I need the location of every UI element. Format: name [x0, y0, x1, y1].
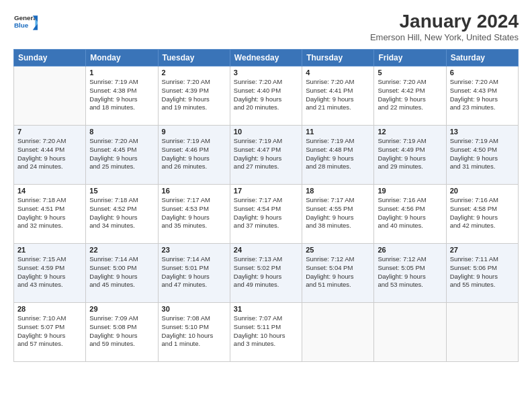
cell-info: Sunrise: 7:15 AMSunset: 4:59 PMDaylight:… [17, 255, 82, 289]
days-header-row: SundayMondayTuesdayWednesdayThursdayFrid… [14, 50, 519, 66]
calendar-cell: 11Sunrise: 7:19 AMSunset: 4:48 PMDayligh… [302, 126, 374, 185]
calendar-cell: 4Sunrise: 7:20 AMSunset: 4:41 PMDaylight… [302, 66, 374, 126]
day-number: 17 [234, 187, 298, 195]
day-number: 12 [378, 128, 442, 136]
calendar-cell: 18Sunrise: 7:17 AMSunset: 4:55 PMDayligh… [302, 185, 374, 244]
calendar-cell: 8Sunrise: 7:20 AMSunset: 4:45 PMDaylight… [86, 126, 158, 185]
day-number: 13 [450, 128, 515, 136]
calendar-cell: 2Sunrise: 7:20 AMSunset: 4:39 PMDaylight… [158, 66, 230, 126]
calendar-cell: 30Sunrise: 7:08 AMSunset: 5:10 PMDayligh… [158, 303, 230, 362]
calendar-cell: 6Sunrise: 7:20 AMSunset: 4:43 PMDaylight… [446, 66, 518, 126]
day-number: 29 [89, 305, 154, 313]
day-number: 25 [306, 246, 370, 254]
logo: General Blue [13, 11, 38, 35]
day-number: 6 [450, 68, 515, 77]
cell-info: Sunrise: 7:16 AMSunset: 4:56 PMDaylight:… [378, 196, 442, 230]
calendar-cell [302, 303, 374, 362]
cell-info: Sunrise: 7:20 AMSunset: 4:44 PMDaylight:… [17, 137, 82, 171]
cell-info: Sunrise: 7:11 AMSunset: 5:06 PMDaylight:… [450, 255, 515, 289]
cell-info: Sunrise: 7:10 AMSunset: 5:07 PMDaylight:… [17, 314, 82, 349]
day-number: 10 [234, 128, 298, 136]
day-number: 24 [234, 246, 298, 254]
cell-info: Sunrise: 7:09 AMSunset: 5:08 PMDaylight:… [89, 314, 154, 349]
day-number: 3 [234, 68, 298, 77]
day-header-thursday: Thursday [302, 50, 374, 66]
header: General Blue January 2024 Emerson Hill, … [13, 11, 519, 42]
cell-info: Sunrise: 7:19 AMSunset: 4:47 PMDaylight:… [234, 137, 298, 171]
cell-info: Sunrise: 7:20 AMSunset: 4:45 PMDaylight:… [89, 137, 154, 171]
calendar-cell: 25Sunrise: 7:12 AMSunset: 5:04 PMDayligh… [302, 244, 374, 303]
day-number: 23 [162, 246, 226, 254]
calendar-cell: 15Sunrise: 7:18 AMSunset: 4:52 PMDayligh… [86, 185, 158, 244]
day-number: 28 [17, 305, 82, 313]
week-row-2: 7Sunrise: 7:20 AMSunset: 4:44 PMDaylight… [14, 126, 519, 185]
calendar-cell: 10Sunrise: 7:19 AMSunset: 4:47 PMDayligh… [230, 126, 302, 185]
day-header-tuesday: Tuesday [158, 50, 230, 66]
calendar-cell: 22Sunrise: 7:14 AMSunset: 5:00 PMDayligh… [86, 244, 158, 303]
day-number: 11 [306, 128, 370, 136]
cell-info: Sunrise: 7:18 AMSunset: 4:52 PMDaylight:… [89, 196, 154, 230]
calendar-cell: 16Sunrise: 7:17 AMSunset: 4:53 PMDayligh… [158, 185, 230, 244]
calendar-cell: 20Sunrise: 7:16 AMSunset: 4:58 PMDayligh… [446, 185, 518, 244]
day-number: 4 [306, 68, 370, 77]
cell-info: Sunrise: 7:19 AMSunset: 4:48 PMDaylight:… [306, 137, 370, 171]
day-header-wednesday: Wednesday [230, 50, 302, 66]
title-block: January 2024 Emerson Hill, New York, Uni… [370, 11, 519, 42]
calendar-cell: 17Sunrise: 7:17 AMSunset: 4:54 PMDayligh… [230, 185, 302, 244]
day-number: 2 [162, 68, 226, 77]
day-number: 16 [162, 187, 226, 195]
cell-info: Sunrise: 7:16 AMSunset: 4:58 PMDaylight:… [450, 196, 515, 230]
week-row-1: 1Sunrise: 7:19 AMSunset: 4:38 PMDaylight… [14, 66, 519, 126]
day-number: 22 [89, 246, 154, 254]
calendar: SundayMondayTuesdayWednesdayThursdayFrid… [13, 49, 519, 362]
cell-info: Sunrise: 7:19 AMSunset: 4:38 PMDaylight:… [89, 78, 154, 112]
cell-info: Sunrise: 7:14 AMSunset: 5:01 PMDaylight:… [162, 255, 226, 289]
day-number: 31 [234, 305, 298, 313]
cell-info: Sunrise: 7:17 AMSunset: 4:53 PMDaylight:… [162, 196, 226, 230]
cell-info: Sunrise: 7:20 AMSunset: 4:43 PMDaylight:… [450, 78, 515, 112]
calendar-cell: 12Sunrise: 7:19 AMSunset: 4:49 PMDayligh… [374, 126, 446, 185]
day-number: 26 [378, 246, 442, 254]
calendar-cell: 23Sunrise: 7:14 AMSunset: 5:01 PMDayligh… [158, 244, 230, 303]
cell-info: Sunrise: 7:20 AMSunset: 4:40 PMDaylight:… [234, 78, 298, 112]
day-number: 20 [450, 187, 515, 195]
day-header-friday: Friday [374, 50, 446, 66]
cell-info: Sunrise: 7:07 AMSunset: 5:11 PMDaylight:… [234, 314, 298, 349]
day-number: 18 [306, 187, 370, 195]
calendar-cell: 28Sunrise: 7:10 AMSunset: 5:07 PMDayligh… [14, 303, 86, 362]
cell-info: Sunrise: 7:20 AMSunset: 4:41 PMDaylight:… [306, 78, 370, 112]
calendar-cell [14, 66, 86, 126]
day-number: 21 [17, 246, 82, 254]
day-number: 30 [162, 305, 226, 313]
day-header-sunday: Sunday [14, 50, 86, 66]
page: General Blue January 2024 Emerson Hill, … [0, 0, 532, 411]
week-row-5: 28Sunrise: 7:10 AMSunset: 5:07 PMDayligh… [14, 303, 519, 362]
cell-info: Sunrise: 7:12 AMSunset: 5:04 PMDaylight:… [306, 255, 370, 289]
day-number: 15 [89, 187, 154, 195]
cell-info: Sunrise: 7:19 AMSunset: 4:46 PMDaylight:… [162, 137, 226, 171]
day-header-monday: Monday [86, 50, 158, 66]
calendar-cell: 31Sunrise: 7:07 AMSunset: 5:11 PMDayligh… [230, 303, 302, 362]
day-number: 8 [89, 128, 154, 136]
calendar-cell: 26Sunrise: 7:12 AMSunset: 5:05 PMDayligh… [374, 244, 446, 303]
cell-info: Sunrise: 7:14 AMSunset: 5:00 PMDaylight:… [89, 255, 154, 289]
calendar-cell [446, 303, 518, 362]
month-title: January 2024 [370, 11, 519, 32]
calendar-cell: 19Sunrise: 7:16 AMSunset: 4:56 PMDayligh… [374, 185, 446, 244]
cell-info: Sunrise: 7:08 AMSunset: 5:10 PMDaylight:… [162, 314, 226, 349]
week-row-3: 14Sunrise: 7:18 AMSunset: 4:51 PMDayligh… [14, 185, 519, 244]
cell-info: Sunrise: 7:20 AMSunset: 4:42 PMDaylight:… [378, 78, 442, 112]
logo-icon: General Blue [13, 11, 38, 35]
svg-text:Blue: Blue [14, 21, 29, 29]
calendar-cell: 1Sunrise: 7:19 AMSunset: 4:38 PMDaylight… [86, 66, 158, 126]
cell-info: Sunrise: 7:17 AMSunset: 4:54 PMDaylight:… [234, 196, 298, 230]
calendar-cell: 13Sunrise: 7:19 AMSunset: 4:50 PMDayligh… [446, 126, 518, 185]
day-number: 9 [162, 128, 226, 136]
location: Emerson Hill, New York, United States [370, 32, 519, 42]
calendar-cell: 5Sunrise: 7:20 AMSunset: 4:42 PMDaylight… [374, 66, 446, 126]
day-number: 1 [89, 68, 154, 77]
day-number: 19 [378, 187, 442, 195]
cell-info: Sunrise: 7:19 AMSunset: 4:50 PMDaylight:… [450, 137, 515, 171]
svg-text:General: General [14, 14, 38, 21]
day-number: 14 [17, 187, 82, 195]
